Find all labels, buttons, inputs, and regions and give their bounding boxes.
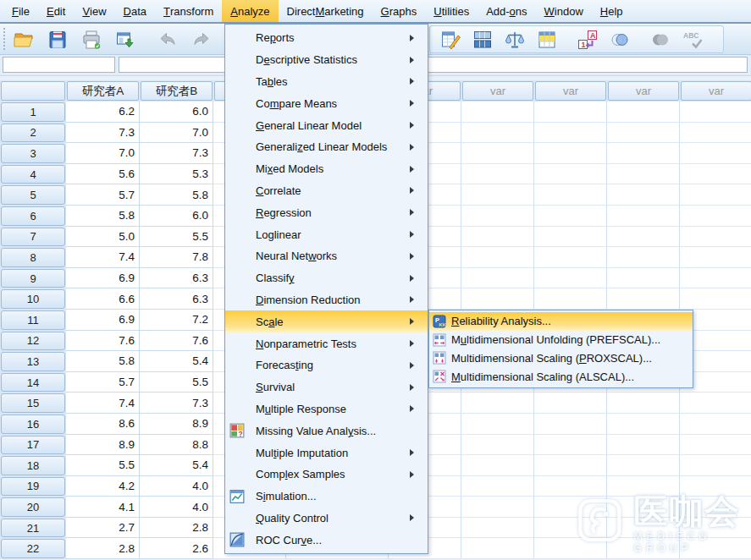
data-cell[interactable]: 8.9 <box>140 414 213 435</box>
menubar-item-analyze[interactable]: Analyze <box>222 0 278 22</box>
empty-cell[interactable] <box>534 288 607 310</box>
cell-reference-input[interactable] <box>3 57 115 73</box>
empty-cell[interactable] <box>680 206 751 227</box>
row-number-11[interactable]: 11 <box>0 310 66 331</box>
empty-cell[interactable] <box>607 268 680 289</box>
data-cell[interactable]: 7.3 <box>140 143 213 164</box>
empty-cell[interactable] <box>607 143 680 164</box>
empty-cell[interactable] <box>607 206 680 227</box>
submenu-item-multidimensional-scaling-proxscal[interactable]: Multidimensional Scaling (PROXSCAL)... <box>429 349 693 368</box>
empty-cell[interactable] <box>461 497 534 518</box>
data-cell[interactable]: 6.0 <box>140 206 213 227</box>
row-number-13[interactable]: 13 <box>0 351 66 372</box>
empty-cell[interactable] <box>680 455 751 476</box>
row-number-16[interactable]: 16 <box>0 414 66 435</box>
empty-cell[interactable] <box>534 143 607 164</box>
menu-item-neural-networks[interactable]: Neural Networks <box>225 245 428 267</box>
menubar-item-data[interactable]: Data <box>115 0 155 22</box>
empty-cell[interactable] <box>680 393 751 414</box>
row-number-17[interactable]: 17 <box>0 435 66 456</box>
use-sets-button[interactable] <box>606 27 632 52</box>
data-cell[interactable]: 5.7 <box>66 184 140 206</box>
redo-button[interactable] <box>188 26 215 53</box>
empty-cell[interactable] <box>680 102 751 123</box>
menu-item-general-linear-model[interactable]: General Linear Model <box>225 114 428 136</box>
empty-cell[interactable] <box>534 393 607 414</box>
menu-item-loglinear[interactable]: Loglinear <box>225 223 428 245</box>
empty-cell[interactable] <box>461 227 534 248</box>
menu-item-generalized-linear-models[interactable]: Generalized Linear Models <box>225 136 428 158</box>
data-cell[interactable]: 5.5 <box>140 372 213 393</box>
empty-cell[interactable] <box>461 435 534 456</box>
undo-button[interactable] <box>154 26 181 53</box>
spell-check-button[interactable] <box>679 27 705 52</box>
empty-cell[interactable] <box>607 393 680 414</box>
menubar-item-help[interactable]: Help <box>592 0 632 22</box>
menubar-item-view[interactable]: View <box>74 0 114 22</box>
data-cell[interactable]: 6.3 <box>140 268 213 289</box>
row-number-2[interactable]: 2 <box>0 123 66 144</box>
data-cell[interactable]: 2.8 <box>66 538 140 559</box>
empty-cell[interactable] <box>680 123 751 144</box>
empty-cell[interactable] <box>534 184 607 206</box>
empty-cell[interactable] <box>534 227 607 248</box>
data-cell[interactable]: 7.6 <box>66 331 140 352</box>
data-cell[interactable]: 5.4 <box>140 455 213 476</box>
menu-item-missing-value-analysis[interactable]: Missing Value Analysis... <box>225 420 428 442</box>
weight-cases-button[interactable] <box>501 27 527 52</box>
empty-cell[interactable] <box>680 164 751 185</box>
data-cell[interactable]: 2.6 <box>140 538 213 559</box>
menu-item-mixed-models[interactable]: Mixed Models <box>225 158 428 180</box>
menu-item-forecasting[interactable]: Forecasting <box>225 354 428 376</box>
insert-variable-button[interactable] <box>533 27 560 52</box>
menubar-item-file[interactable]: File <box>3 0 38 22</box>
data-cell[interactable]: 7.2 <box>140 310 213 331</box>
data-cell[interactable]: 2.7 <box>66 518 140 539</box>
row-number-14[interactable]: 14 <box>0 372 66 393</box>
data-cell[interactable]: 5.8 <box>140 184 213 206</box>
menubar-item-utilities[interactable]: Utilities <box>425 0 478 22</box>
data-cell[interactable]: 5.6 <box>66 164 140 185</box>
submenu-item-multidimensional-unfolding-prefscal[interactable]: Multidimensional Unfolding (PREFSCAL)... <box>429 331 693 349</box>
row-number-3[interactable]: 3 <box>0 143 66 164</box>
data-cell[interactable]: 4.2 <box>66 476 140 497</box>
empty-cell[interactable] <box>680 414 751 435</box>
data-cell[interactable]: 7.6 <box>140 331 213 352</box>
empty-cell[interactable] <box>680 227 751 248</box>
data-cell[interactable]: 4.1 <box>66 497 140 518</box>
empty-cell[interactable] <box>607 247 680 268</box>
open-folder-button[interactable] <box>10 26 37 53</box>
data-cell[interactable]: 6.0 <box>140 102 213 123</box>
column-header-研究者a[interactable]: 研究者A <box>66 80 140 102</box>
save-button[interactable] <box>44 26 71 53</box>
empty-cell[interactable] <box>607 102 680 123</box>
empty-cell[interactable] <box>461 414 534 435</box>
row-number-18[interactable]: 18 <box>0 455 66 476</box>
row-number-12[interactable]: 12 <box>0 331 66 352</box>
data-cell[interactable]: 7.4 <box>66 393 140 414</box>
empty-cell[interactable] <box>680 143 751 164</box>
column-header-var[interactable]: var <box>461 80 534 102</box>
empty-cell[interactable] <box>461 184 534 206</box>
menu-item-reports[interactable]: Reports <box>225 27 428 49</box>
data-cell[interactable]: 5.8 <box>66 351 140 372</box>
empty-cell[interactable] <box>680 288 751 310</box>
row-number-9[interactable]: 9 <box>0 268 66 289</box>
data-cell[interactable]: 6.3 <box>140 288 213 310</box>
empty-cell[interactable] <box>534 123 607 144</box>
menu-item-multiple-response[interactable]: Multiple Response <box>225 398 428 420</box>
menu-item-compare-means[interactable]: Compare Means <box>225 92 428 114</box>
menubar-item-edit[interactable]: Edit <box>38 0 74 22</box>
menubar-item-transform[interactable]: Transform <box>155 0 222 22</box>
empty-cell[interactable] <box>607 455 680 476</box>
row-number-15[interactable]: 15 <box>0 393 66 414</box>
value-labels-button[interactable] <box>574 27 600 52</box>
data-cell[interactable]: 4.0 <box>140 497 213 518</box>
row-number-7[interactable]: 7 <box>0 227 66 248</box>
empty-cell[interactable] <box>461 206 534 227</box>
data-cell[interactable]: 7.3 <box>140 393 213 414</box>
data-cell[interactable]: 7.4 <box>66 247 140 268</box>
empty-cell[interactable] <box>680 435 751 456</box>
empty-cell[interactable] <box>461 164 534 185</box>
row-number-19[interactable]: 19 <box>0 476 66 497</box>
